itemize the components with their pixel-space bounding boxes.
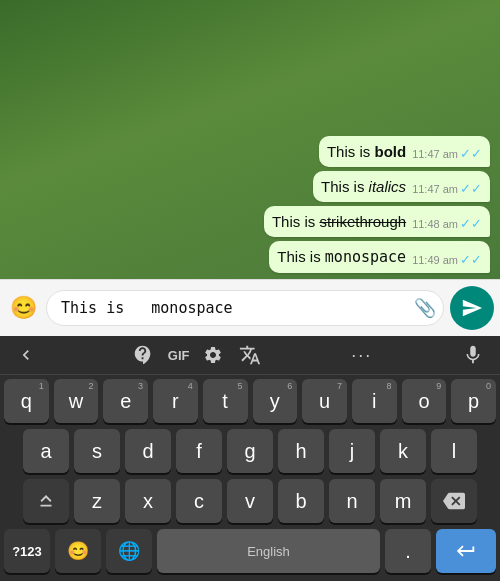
key-i[interactable]: 8i xyxy=(352,379,397,423)
key-j[interactable]: j xyxy=(329,429,375,473)
key-o[interactable]: 9o xyxy=(402,379,447,423)
emoji-button[interactable]: 😊 xyxy=(6,291,40,325)
more-button[interactable]: ··· xyxy=(351,345,372,366)
key-m[interactable]: m xyxy=(380,479,426,523)
message-meta-1: 11:47 am ✓✓ xyxy=(412,146,482,161)
message-time-1: 11:47 am xyxy=(412,148,458,160)
message-bubble-3: This is strikethrough 11:48 am ✓✓ xyxy=(264,206,490,237)
keyboard-back-button[interactable] xyxy=(10,343,42,367)
settings-button[interactable] xyxy=(197,343,229,367)
key-h[interactable]: h xyxy=(278,429,324,473)
toolbar-icon-group: GIF xyxy=(126,342,268,368)
backspace-icon xyxy=(443,490,465,512)
enter-icon xyxy=(455,540,477,562)
key-q[interactable]: 1q xyxy=(4,379,49,423)
read-receipt-1: ✓✓ xyxy=(460,146,482,161)
key-e[interactable]: 3e xyxy=(103,379,148,423)
read-receipt-3: ✓✓ xyxy=(460,216,482,231)
backspace-key[interactable] xyxy=(431,479,477,523)
key-f[interactable]: f xyxy=(176,429,222,473)
key-n[interactable]: n xyxy=(329,479,375,523)
key-s[interactable]: s xyxy=(74,429,120,473)
enter-key[interactable] xyxy=(436,529,496,573)
key-row-1: 1q 2w 3e 4r 5t 6y 7u 8i 9o 0p xyxy=(4,379,496,423)
message-text-4: This is monospace xyxy=(277,246,406,268)
message-bubble-1: This is bold 11:47 am ✓✓ xyxy=(319,136,490,167)
message-input[interactable] xyxy=(46,290,444,326)
shift-icon xyxy=(35,490,57,512)
message-time-4: 11:49 am xyxy=(412,254,458,266)
key-w[interactable]: 2w xyxy=(54,379,99,423)
chat-area: This is bold 11:47 am ✓✓ This is italics… xyxy=(0,0,500,279)
message-bubble-4: This is monospace 11:49 am ✓✓ xyxy=(269,241,490,273)
message-time-2: 11:47 am xyxy=(412,183,458,195)
space-label: English xyxy=(247,544,290,559)
message-text-1: This is bold xyxy=(327,141,406,162)
key-l[interactable]: l xyxy=(431,429,477,473)
send-button[interactable] xyxy=(450,286,494,330)
sticker-icon xyxy=(132,344,154,366)
message-text-3: This is strikethrough xyxy=(272,211,406,232)
key-c[interactable]: c xyxy=(176,479,222,523)
key-g[interactable]: g xyxy=(227,429,273,473)
translate-button[interactable] xyxy=(233,342,267,368)
message-meta-3: 11:48 am ✓✓ xyxy=(412,216,482,231)
mic-button[interactable] xyxy=(456,342,490,368)
back-icon xyxy=(16,345,36,365)
space-key[interactable]: English xyxy=(157,529,380,573)
message-time-3: 11:48 am xyxy=(412,218,458,230)
keyboard-emoji-button[interactable] xyxy=(126,342,160,368)
keyboard: 1q 2w 3e 4r 5t 6y 7u 8i 9o 0p a s d f g … xyxy=(0,375,500,581)
read-receipt-4: ✓✓ xyxy=(460,252,482,267)
message-bubble-2: This is italics 11:47 am ✓✓ xyxy=(313,171,490,202)
key-r[interactable]: 4r xyxy=(153,379,198,423)
shift-key[interactable] xyxy=(23,479,69,523)
num-symbol-key[interactable]: ?123 xyxy=(4,529,50,573)
translate-icon xyxy=(239,344,261,366)
key-a[interactable]: a xyxy=(23,429,69,473)
key-z[interactable]: z xyxy=(74,479,120,523)
key-p[interactable]: 0p xyxy=(451,379,496,423)
key-row-3: z x c v b n m xyxy=(4,479,496,523)
key-d[interactable]: d xyxy=(125,429,171,473)
period-key[interactable]: . xyxy=(385,529,431,573)
message-meta-4: 11:49 am ✓✓ xyxy=(412,252,482,267)
keyboard-toolbar: GIF ··· xyxy=(0,336,500,375)
message-meta-2: 11:47 am ✓✓ xyxy=(412,181,482,196)
input-bar: 😊 📎 xyxy=(0,279,500,336)
message-text-2: This is italics xyxy=(321,176,406,197)
key-y[interactable]: 6y xyxy=(253,379,298,423)
key-k[interactable]: k xyxy=(380,429,426,473)
key-row-2: a s d f g h j k l xyxy=(4,429,496,473)
key-x[interactable]: x xyxy=(125,479,171,523)
key-u[interactable]: 7u xyxy=(302,379,347,423)
key-row-bottom: ?123 😊 🌐 English . xyxy=(4,529,496,581)
settings-icon xyxy=(203,345,223,365)
keyboard-emoji-key[interactable]: 😊 xyxy=(55,529,101,573)
send-icon xyxy=(461,297,483,319)
attach-icon[interactable]: 📎 xyxy=(414,297,436,319)
gif-button[interactable]: GIF xyxy=(164,346,194,365)
key-b[interactable]: b xyxy=(278,479,324,523)
key-t[interactable]: 5t xyxy=(203,379,248,423)
read-receipt-2: ✓✓ xyxy=(460,181,482,196)
mic-icon xyxy=(462,344,484,366)
input-wrapper: 📎 xyxy=(46,290,444,326)
globe-key[interactable]: 🌐 xyxy=(106,529,152,573)
key-v[interactable]: v xyxy=(227,479,273,523)
